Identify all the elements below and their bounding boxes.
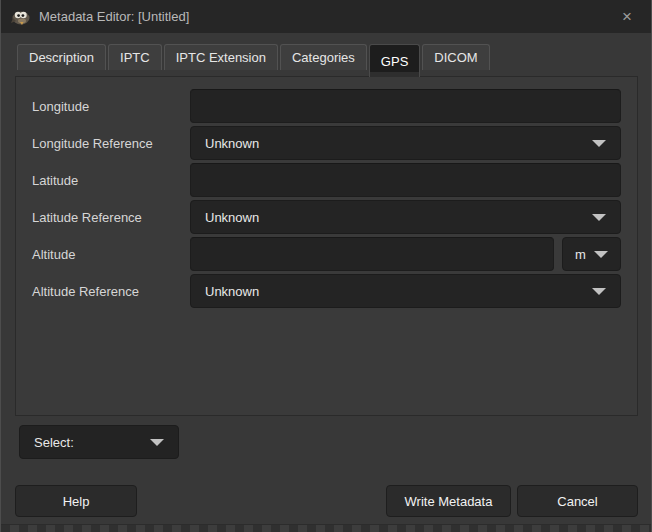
longitude-reference-label: Longitude Reference (32, 136, 174, 151)
tab-label: IPTC (120, 50, 150, 65)
longitude-label: Longitude (32, 99, 174, 114)
cancel-button[interactable]: Cancel (517, 485, 638, 517)
longitude-input[interactable] (190, 89, 621, 123)
help-button[interactable]: Help (15, 485, 137, 517)
select-dropdown[interactable]: Select: (19, 425, 179, 459)
altitude-reference-dropdown[interactable]: Unknown (190, 274, 621, 308)
gps-form: Longitude Longitude Reference Unknown La… (32, 89, 621, 308)
cancel-button-label: Cancel (557, 494, 597, 509)
window-title: Metadata Editor: [Untitled] (39, 9, 613, 24)
chevron-down-icon (150, 439, 164, 446)
tab-iptc-extension[interactable]: IPTC Extension (164, 44, 278, 70)
chevron-down-icon (592, 214, 606, 221)
select-row: Select: (19, 425, 638, 459)
tab-label: GPS (381, 54, 408, 69)
tab-gps[interactable]: GPS (369, 44, 420, 77)
latitude-label: Latitude (32, 173, 174, 188)
chevron-down-icon (594, 251, 608, 258)
gps-tab-panel: Longitude Longitude Reference Unknown La… (15, 76, 638, 416)
tab-label: Description (29, 50, 94, 65)
window-resize-handle[interactable] (1, 524, 651, 532)
altitude-reference-value: Unknown (205, 284, 592, 299)
tab-dicom[interactable]: DICOM (422, 44, 489, 70)
write-metadata-button[interactable]: Write Metadata (386, 485, 511, 517)
tab-label: IPTC Extension (176, 50, 266, 65)
help-button-label: Help (63, 494, 90, 509)
close-icon: × (622, 8, 632, 25)
altitude-label: Altitude (32, 247, 174, 262)
altitude-unit-value: m (575, 247, 594, 262)
titlebar[interactable]: Metadata Editor: [Untitled] × (1, 0, 651, 33)
close-button[interactable]: × (613, 5, 641, 29)
latitude-reference-value: Unknown (205, 210, 592, 225)
dialog-body: Description IPTC IPTC Extension Categori… (1, 33, 651, 518)
tab-iptc[interactable]: IPTC (108, 44, 162, 70)
write-metadata-button-label: Write Metadata (405, 494, 493, 509)
tab-categories[interactable]: Categories (280, 44, 367, 70)
chevron-down-icon (592, 288, 606, 295)
chevron-down-icon (592, 140, 606, 147)
tab-label: DICOM (434, 50, 477, 65)
tab-description[interactable]: Description (17, 44, 106, 70)
latitude-reference-dropdown[interactable]: Unknown (190, 200, 621, 234)
altitude-unit-dropdown[interactable]: m (562, 237, 621, 271)
altitude-reference-label: Altitude Reference (32, 284, 174, 299)
longitude-reference-value: Unknown (205, 136, 592, 151)
tab-label: Categories (292, 50, 355, 65)
metadata-editor-window: Metadata Editor: [Untitled] × Descriptio… (0, 0, 652, 532)
tab-strip: Description IPTC IPTC Extension Categori… (17, 44, 638, 77)
gimp-wilber-icon (11, 9, 31, 25)
select-dropdown-label: Select: (34, 435, 150, 450)
latitude-reference-label: Latitude Reference (32, 210, 174, 225)
altitude-input[interactable] (190, 237, 554, 271)
altitude-cell: m (190, 237, 621, 271)
footer: Help Write Metadata Cancel (15, 485, 638, 517)
longitude-reference-dropdown[interactable]: Unknown (190, 126, 621, 160)
latitude-input[interactable] (190, 163, 621, 197)
